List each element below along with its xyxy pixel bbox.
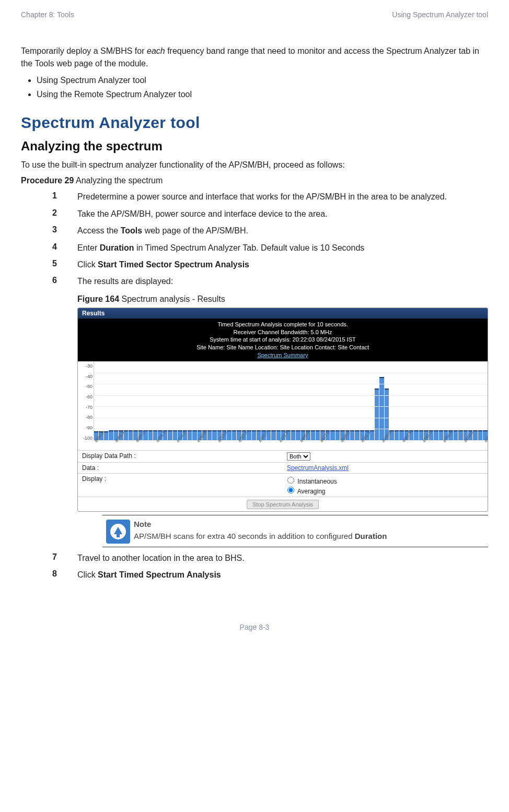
- step-number: 6: [52, 276, 77, 287]
- procedure-label: Procedure 29 Analyzing the spectrum: [21, 174, 488, 187]
- step-text: Take the AP/SM/BH, power source and inte…: [77, 208, 488, 220]
- step-number: 7: [52, 552, 77, 564]
- panel-titlebar: Results: [78, 308, 488, 319]
- intro-italic: each: [147, 46, 165, 55]
- results-panel: Results Timed Spectrum Analysis complete…: [77, 308, 488, 512]
- display-mode-label: Display :: [78, 474, 283, 497]
- page-footer: Page 8-3: [21, 623, 488, 631]
- spectrum-header-line: Receiver Channel Bandwidth: 5.0 MHz: [78, 328, 488, 336]
- procedure-name: Analyzing the spectrum: [74, 176, 163, 185]
- figure-caption: Figure 164 Spectrum analysis - Results: [77, 293, 488, 305]
- spectrum-chart: -30-40-50-60-70-80-90-100 4060.04062.540…: [78, 361, 488, 450]
- step-text: Access the Tools web page of the AP/SM/B…: [77, 225, 488, 237]
- radio-label: Instantaneous: [297, 478, 337, 485]
- list-item: Using Spectrum Analyzer tool: [37, 73, 488, 87]
- spectrum-header-line: Timed Spectrum Analysis complete for 10 …: [78, 321, 488, 328]
- lead-text: To use the built-in spectrum analyzer fu…: [21, 159, 488, 171]
- step-number: 4: [52, 242, 77, 254]
- data-file-link[interactable]: SpectrumAnalysis.xml: [287, 464, 349, 472]
- step-number: 3: [52, 225, 77, 237]
- step-text: Predetermine a power source and interfac…: [77, 191, 488, 203]
- page-title: Spectrum Analyzer tool: [21, 114, 488, 132]
- intro-bullets: Using Spectrum Analyzer tool Using the R…: [21, 73, 488, 101]
- step-text: Travel to another location in the area t…: [77, 552, 488, 564]
- list-item: Using the Remote Spectrum Analyzer tool: [37, 87, 488, 101]
- procedure-number: Procedure 29: [21, 176, 74, 185]
- step-text: Click Start Timed Spectrum Analysis: [77, 569, 488, 581]
- note-body: AP/SM/BH scans for extra 40 seconds in a…: [134, 531, 488, 542]
- intro-paragraph: Temporarily deploy a SM/BHS for each fre…: [21, 45, 488, 70]
- spectrum-header-line: Site Name: Site Name Location: Site Loca…: [78, 344, 488, 351]
- spectrum-header: Timed Spectrum Analysis complete for 10 …: [78, 319, 488, 361]
- section-heading: Analyzing the spectrum: [21, 139, 488, 154]
- data-label: Data :: [78, 463, 283, 473]
- step-number: 2: [52, 208, 77, 220]
- note-title: Note: [134, 519, 488, 529]
- radio-label: Averaging: [297, 488, 326, 495]
- note-block: Note AP/SM/BH scans for extra 40 seconds…: [102, 515, 488, 547]
- note-icon: [106, 520, 130, 544]
- spectrum-summary-link[interactable]: Spectrum Summary: [257, 352, 308, 358]
- step-number: 1: [52, 191, 77, 203]
- display-path-select[interactable]: Both: [287, 452, 310, 461]
- header-right: Using Spectrum Analyzer tool: [392, 10, 488, 19]
- spectrum-header-line: System time at start of analysis: 20:22:…: [78, 336, 488, 344]
- step-text: Click Start Timed Sector Spectrum Analys…: [77, 259, 488, 270]
- stop-spectrum-analysis-button[interactable]: Stop Spectrum Analysis: [247, 500, 319, 509]
- header-left: Chapter 8: Tools: [21, 10, 74, 19]
- display-averaging-radio[interactable]: [287, 487, 294, 493]
- step-number: 8: [52, 569, 77, 581]
- display-instantaneous-radio[interactable]: [287, 477, 294, 484]
- display-path-label: Display Data Path :: [78, 451, 283, 462]
- intro-prefix: Temporarily deploy a SM/BHS for: [21, 46, 147, 55]
- step-text: The results are displayed:: [77, 276, 488, 287]
- step-number: 5: [52, 259, 77, 270]
- step-text: Enter Duration in Timed Spectrum Analyze…: [77, 242, 488, 254]
